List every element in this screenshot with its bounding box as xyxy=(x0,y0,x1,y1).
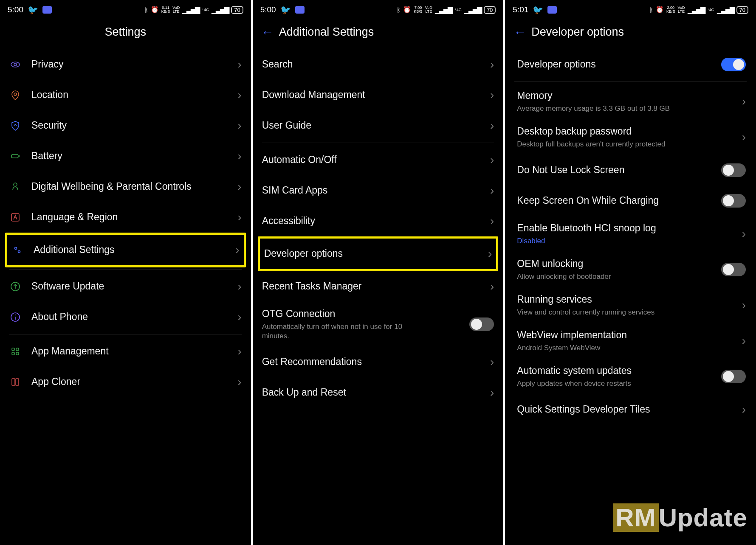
list-item-label: Privacy xyxy=(31,58,234,71)
chevron-right-icon: › xyxy=(237,180,241,194)
list-item-app-cloner[interactable]: App Cloner › xyxy=(0,367,251,397)
list-item-automatic-on-off[interactable]: Automatic On/Off › xyxy=(253,145,504,175)
svg-rect-15 xyxy=(12,352,14,355)
title-bar: ← Additional Settings xyxy=(253,18,504,49)
developer-options-panel: 5:01 🐦 ᛒ ⏰ 2.00KB/S VoDLTE ▁▃▅▇ ⁺4G ▁▃▅▇… xyxy=(505,0,756,545)
bluetooth-icon: ᛒ xyxy=(144,6,148,14)
list-item-download-management[interactable]: Download Management › xyxy=(253,80,504,110)
list-item-back-up-and-reset[interactable]: Back Up and Reset › xyxy=(253,377,504,408)
svg-rect-13 xyxy=(12,348,14,351)
discord-icon xyxy=(547,6,557,14)
list-item-do-not-use-lock-screen[interactable]: Do Not Use Lock Screen xyxy=(505,155,756,185)
settings-list[interactable]: Privacy › Location › Security › Battery … xyxy=(0,49,251,545)
chevron-right-icon: › xyxy=(488,247,492,261)
battery-icon: 70 xyxy=(484,6,496,14)
list-item-additional-settings[interactable]: Additional Settings › xyxy=(7,235,244,265)
list-item-otg-connection[interactable]: OTG Connection Automatically turn off wh… xyxy=(253,302,504,347)
list-item-enable-bluetooth-hci-snoop-log[interactable]: Enable Bluetooth HCI snoop log Disabled … xyxy=(505,216,756,252)
list-item-webview-implementation[interactable]: WebView implementation Android System We… xyxy=(505,323,756,359)
list-item-battery[interactable]: Battery › xyxy=(0,141,251,171)
list-item-label: Battery xyxy=(31,150,234,163)
list-item-software-update[interactable]: Software Update › xyxy=(0,271,251,302)
net-speed: 0.11KB/S xyxy=(161,6,170,14)
list-item-language-region[interactable]: Language & Region › xyxy=(0,202,251,233)
list-item-recent-tasks-manager[interactable]: Recent Tasks Manager › xyxy=(253,271,504,302)
chevron-right-icon: › xyxy=(237,88,241,102)
list-item-automatic-system-updates[interactable]: Automatic system updates Apply updates w… xyxy=(505,359,756,394)
net-speed: 7.00KB/S xyxy=(414,6,423,14)
twitter-icon: 🐦 xyxy=(28,5,38,15)
title-bar: ← Developer options xyxy=(505,18,756,49)
toggle-do-not-use-lock-screen[interactable] xyxy=(721,163,746,177)
list-item-user-guide[interactable]: User Guide › xyxy=(253,110,504,141)
chevron-right-icon: › xyxy=(490,386,494,399)
toggle-otg-connection[interactable] xyxy=(469,317,494,331)
page-title: Additional Settings xyxy=(279,25,374,39)
chevron-right-icon: › xyxy=(490,280,494,293)
divider xyxy=(9,269,242,270)
list-item-label: Get Recommendations xyxy=(262,356,487,368)
net-type: ⁺4G xyxy=(202,8,209,12)
list-item-quick-settings-developer-tiles[interactable]: Quick Settings Developer Tiles › xyxy=(505,394,756,425)
toggle-oem-unlocking[interactable] xyxy=(721,263,746,276)
list-item-search[interactable]: Search › xyxy=(253,49,504,80)
list-item-desktop-backup-password[interactable]: Desktop backup password Desktop full bac… xyxy=(505,119,756,155)
chevron-right-icon: › xyxy=(490,355,494,369)
divider xyxy=(9,334,242,334)
grid-icon xyxy=(9,346,26,357)
net-type: ⁺4G xyxy=(454,8,462,12)
signal-icon-2: ▁▃▅▇ xyxy=(212,6,228,14)
divider xyxy=(262,143,494,143)
list-item-label: Desktop backup password xyxy=(517,125,738,138)
list-item-sim-card-apps[interactable]: SIM Card Apps › xyxy=(253,175,504,206)
toggle-keep-screen-on-while-charging[interactable] xyxy=(721,194,746,208)
chevron-right-icon: › xyxy=(237,310,241,324)
list-item-label: Enable Bluetooth HCI snoop log xyxy=(517,222,738,235)
svg-rect-16 xyxy=(16,352,19,355)
list-item-label: Developer options xyxy=(517,58,721,71)
back-button[interactable]: ← xyxy=(261,26,274,39)
pin-icon xyxy=(9,89,26,101)
chevron-right-icon: › xyxy=(237,375,241,389)
list-item-get-recommendations[interactable]: Get Recommendations › xyxy=(253,347,504,377)
list-item-sublabel: Apply updates when device restarts xyxy=(517,379,678,388)
list-item-developer-options[interactable]: Developer options xyxy=(505,49,756,80)
settings-list[interactable]: Search › Download Management › User Guid… xyxy=(253,49,504,545)
clone-icon xyxy=(9,376,26,388)
status-bar: 5:00 🐦 ᛒ ⏰ 0.11KB/S VoDLTE ▁▃▅▇ ⁺4G ▁▃▅▇… xyxy=(0,0,251,18)
svg-point-11 xyxy=(15,315,16,315)
back-button[interactable]: ← xyxy=(513,26,526,39)
list-item-accessibility[interactable]: Accessibility › xyxy=(253,206,504,236)
list-item-app-management[interactable]: App Management › xyxy=(0,336,251,367)
list-item-running-services[interactable]: Running services View and control curren… xyxy=(505,287,756,323)
list-item-label: SIM Card Apps xyxy=(262,184,487,197)
signal-icon-2: ▁▃▅▇ xyxy=(464,6,481,14)
list-item-privacy[interactable]: Privacy › xyxy=(0,49,251,80)
eye-icon xyxy=(9,59,26,70)
toggle-developer-options[interactable] xyxy=(721,58,746,71)
list-item-oem-unlocking[interactable]: OEM unlocking Allow unlocking of bootloa… xyxy=(505,252,756,287)
highlight-box: Additional Settings › xyxy=(5,233,246,267)
chevron-right-icon: › xyxy=(237,119,241,132)
list-item-memory[interactable]: Memory Average memory usage is 3.3 GB ou… xyxy=(505,84,756,119)
signal-icon: ▁▃▅▇ xyxy=(182,6,199,14)
list-item-about-phone[interactable]: About Phone › xyxy=(0,302,251,332)
list-item-digital-wellbeing-parental-controls[interactable]: Digital Wellbeing & Parental Controls › xyxy=(0,171,251,202)
clock: 5:00 xyxy=(8,5,23,14)
battery-icon: 70 xyxy=(231,6,243,14)
toggle-automatic-system-updates[interactable] xyxy=(721,370,746,383)
shield-icon xyxy=(9,120,26,132)
list-item-location[interactable]: Location › xyxy=(0,80,251,110)
svg-point-7 xyxy=(15,247,17,250)
alarm-icon: ⏰ xyxy=(151,6,159,14)
settings-list[interactable]: Developer options Memory Average memory … xyxy=(505,49,756,545)
signal-icon: ▁▃▅▇ xyxy=(688,6,705,14)
list-item-keep-screen-on-while-charging[interactable]: Keep Screen On While Charging xyxy=(505,185,756,216)
svg-point-2 xyxy=(14,93,17,96)
twitter-icon: 🐦 xyxy=(280,5,291,15)
list-item-security[interactable]: Security › xyxy=(0,110,251,141)
list-item-label: Search xyxy=(262,58,487,71)
discord-icon xyxy=(42,6,52,14)
alarm-icon: ⏰ xyxy=(656,6,664,14)
list-item-developer-options[interactable]: Developer options › xyxy=(260,239,496,269)
